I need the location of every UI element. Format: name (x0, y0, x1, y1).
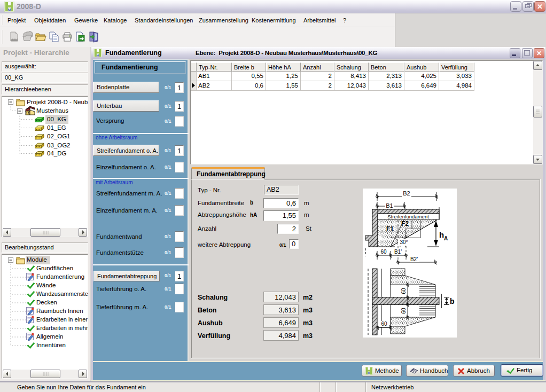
svg-text:b: b (450, 297, 455, 305)
svg-text:B2: B2 (403, 190, 410, 197)
svg-text:M: M (8, 8, 11, 12)
svg-text:60: 60 (401, 308, 407, 314)
svg-text:30°: 30° (400, 239, 408, 245)
svg-text:F1: F1 (386, 225, 394, 233)
svg-text:B1: B1 (386, 202, 393, 209)
svg-text:h: h (439, 230, 444, 239)
svg-text:Streifenfundament: Streifenfundament (387, 214, 429, 219)
svg-text:60: 60 (401, 288, 407, 294)
svg-text:M: M (368, 372, 370, 375)
svg-text:B2': B2' (410, 256, 418, 262)
svg-text:M: M (97, 54, 99, 57)
svg-text:60: 60 (381, 321, 387, 327)
svg-text:60: 60 (380, 249, 387, 255)
svg-text:A: A (444, 236, 448, 241)
svg-text:F2: F2 (401, 220, 409, 228)
svg-text:B1': B1' (394, 249, 402, 255)
